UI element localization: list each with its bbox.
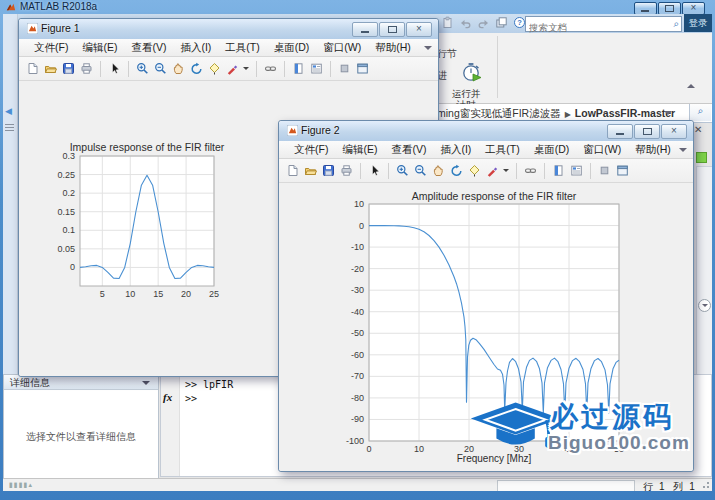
menu-item-window[interactable]: 窗口(W) [316, 41, 368, 55]
new-file-icon[interactable] [25, 61, 40, 76]
pan-hand-icon[interactable] [431, 163, 446, 178]
new-file-icon[interactable] [285, 163, 300, 178]
brush-icon[interactable] [485, 163, 500, 178]
panel-close-icon[interactable]: ✕ [694, 124, 702, 135]
menu-item-tools[interactable]: 工具(T) [478, 143, 526, 157]
figure2-titlebar[interactable]: Figure 2 × [279, 121, 693, 142]
y-tick-label: -20 [324, 264, 364, 274]
menu-item-file[interactable]: 文件(F) [287, 143, 335, 157]
insert-colorbar-icon[interactable] [291, 61, 306, 76]
toolbar-separator [330, 61, 331, 77]
rotate-3d-icon[interactable] [189, 61, 204, 76]
statusbar-handle-icon[interactable]: ▮▮▮▮▴ [9, 481, 33, 489]
save-icon[interactable] [321, 163, 336, 178]
x-tick-label: 15 [153, 289, 163, 299]
y-tick-label: 0.1 [35, 225, 75, 235]
menu-item-desktop[interactable]: 桌面(D) [527, 143, 577, 157]
dock-large-icon[interactable] [615, 163, 630, 178]
address-dropdown-icon[interactable] [664, 111, 672, 115]
figure1-close-button[interactable]: × [406, 22, 432, 37]
menu-item-file[interactable]: 文件(F) [27, 41, 75, 55]
y-tick-label: -40 [324, 307, 364, 317]
brush-icon[interactable] [225, 61, 240, 76]
details-panel-header[interactable]: 详细信息 [4, 375, 158, 390]
data-cursor-icon[interactable] [207, 61, 222, 76]
insert-legend-icon[interactable] [569, 163, 584, 178]
brush-dropdown-icon[interactable] [503, 169, 510, 172]
zoom-in-icon[interactable] [135, 61, 150, 76]
figure2-window[interactable]: Figure 2 × 文件(F)编辑(E)查看(V)插入(I)工具(T)桌面(D… [278, 120, 694, 472]
link-plots-icon[interactable] [523, 163, 538, 178]
link-plots-icon[interactable] [263, 61, 278, 76]
main-window-title: MATLAB R2018a [20, 1, 97, 12]
doc-search-box[interactable]: ⌕ [525, 16, 682, 32]
restore-icon [388, 26, 397, 33]
open-folder-icon[interactable] [43, 61, 58, 76]
menu-item-edit[interactable]: 编辑(E) [335, 143, 384, 157]
menu-item-view[interactable]: 查看(V) [124, 41, 173, 55]
matlab-app-icon [6, 2, 16, 12]
insert-legend-icon[interactable] [309, 61, 324, 76]
main-titlebar[interactable]: MATLAB R2018a × [0, 0, 715, 14]
print-icon[interactable] [79, 61, 94, 76]
zoom-out-icon[interactable] [413, 163, 428, 178]
menu-item-help[interactable]: 帮助(H) [628, 143, 678, 157]
collapse-ribbon-icon[interactable] [687, 84, 697, 92]
breadcrumb-current-folder[interactable]: LowPassFIR-master [575, 107, 675, 119]
chevron-down-icon[interactable] [142, 381, 150, 385]
menu-item-view[interactable]: 查看(V) [384, 143, 433, 157]
scroll-dropdown-icon[interactable] [698, 299, 711, 312]
menu-item-desktop[interactable]: 桌面(D) [267, 41, 317, 55]
menu-item-insert[interactable]: 插入(I) [173, 41, 218, 55]
dock-small-icon[interactable] [337, 61, 352, 76]
col-label: 列 [673, 481, 683, 491]
menu-item-insert[interactable]: 插入(I) [433, 143, 478, 157]
data-cursor-icon[interactable] [467, 163, 482, 178]
cursor-icon[interactable] [367, 163, 382, 178]
sign-in-button[interactable]: 登录 [684, 14, 712, 32]
y-tick-label: 0 [35, 262, 75, 272]
brush-dropdown-icon[interactable] [243, 67, 250, 70]
dock-large-icon[interactable] [355, 61, 370, 76]
figure1-minimize-button[interactable] [352, 22, 378, 37]
clipboard-icon[interactable] [440, 15, 455, 30]
resize-grip[interactable] [701, 482, 709, 490]
figure2-restore-button[interactable] [634, 124, 660, 139]
cursor-icon[interactable] [107, 61, 122, 76]
undo-icon[interactable] [458, 15, 473, 30]
menu-item-edit[interactable]: 编辑(E) [75, 41, 124, 55]
figure-icon [27, 23, 38, 34]
figure2-close-button[interactable]: × [661, 124, 687, 139]
figure2-minimize-button[interactable] [607, 124, 633, 139]
search-icon[interactable]: ⌕ [673, 18, 679, 30]
fx-icon[interactable]: fx [163, 391, 172, 403]
figure1-title: Figure 1 [41, 22, 80, 34]
y-tick-label: 0.3 [35, 151, 75, 161]
pan-hand-icon[interactable] [171, 61, 186, 76]
rotate-3d-icon[interactable] [449, 163, 464, 178]
menu-overflow-icon[interactable] [679, 148, 687, 152]
menu-item-help[interactable]: 帮助(H) [368, 41, 418, 55]
figure1-restore-button[interactable] [379, 22, 405, 37]
zoom-out-icon[interactable] [153, 61, 168, 76]
redo-icon[interactable] [476, 15, 491, 30]
details-empty-text: 选择文件以查看详细信息 [4, 430, 158, 444]
x-tick-label: 40 [564, 444, 574, 454]
command-prompt[interactable]: >> [185, 393, 197, 404]
window-stack-icon[interactable] [494, 15, 509, 30]
menu-overflow-icon[interactable] [424, 46, 432, 50]
x-tick-label: 50 [614, 444, 624, 454]
menu-item-window[interactable]: 窗口(W) [576, 143, 628, 157]
insert-colorbar-icon[interactable] [551, 163, 566, 178]
run-and-time-button[interactable]: 运行并计时 [443, 61, 489, 110]
print-icon[interactable] [339, 163, 354, 178]
list-icon[interactable] [5, 122, 14, 133]
address-search-button[interactable]: ⌕ [689, 104, 711, 121]
dock-small-icon[interactable] [597, 163, 612, 178]
figure1-titlebar[interactable]: Figure 1 × [19, 19, 438, 40]
zoom-in-icon[interactable] [395, 163, 410, 178]
menu-item-tools[interactable]: 工具(T) [218, 41, 266, 55]
open-folder-icon[interactable] [303, 163, 318, 178]
back-arrow-icon[interactable]: ◀ [5, 106, 12, 116]
save-icon[interactable] [61, 61, 76, 76]
